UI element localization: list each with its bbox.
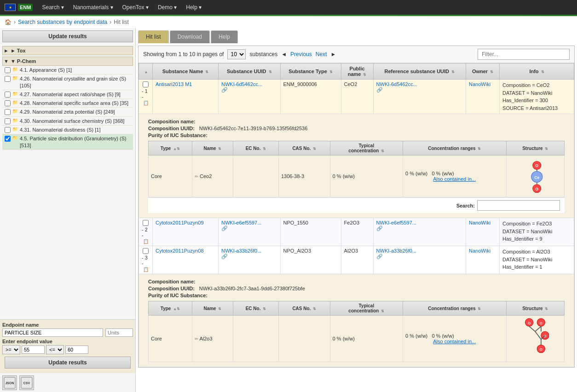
tree-item-5[interactable]: 📁 4.30. Nanomaterial surface chemistry (… (2, 117, 133, 126)
endpoint-op1-select[interactable]: >=<==!= (2, 345, 20, 354)
endpoint-name-input[interactable] (2, 329, 103, 337)
home-icon[interactable]: 🏠 (5, 19, 12, 25)
pchem-arrow: ▼ (4, 58, 9, 64)
endpoint-units-input[interactable] (105, 329, 133, 337)
tree-check-7[interactable] (5, 136, 11, 142)
col-owner[interactable]: Owner ⇅ (466, 63, 500, 80)
comp3-uuid-value: NWKI-a33b26f0-2fc7-3aa1-9dd6-27380f725bf… (199, 286, 305, 291)
col-substance-type[interactable]: Substance Type ⇅ (280, 63, 341, 80)
nav-demo[interactable]: Demo ▾ (158, 4, 177, 11)
tree-check-2[interactable] (5, 92, 11, 98)
json-button[interactable]: JSON (2, 375, 17, 390)
tree-item-4[interactable]: 📁 4.29. Nanomaterial zeta potential (S) … (2, 108, 133, 116)
row1-substance-name[interactable]: Antisari2013 M1 (153, 80, 219, 114)
endpoint-val2-input[interactable] (65, 346, 88, 354)
filter-tree: ► ► Tox ▼ ▼ P-Chem 📁 4.1. Appearance (S)… (0, 45, 135, 319)
row1-owner[interactable]: NanoWiki (466, 80, 500, 114)
inner-col-name[interactable]: Name ⇅ (192, 141, 233, 156)
row3-owner[interactable]: NanoWiki (466, 246, 500, 274)
breadcrumb: 🏠 › Search substances by endpoint data ›… (0, 16, 577, 28)
tree-check-5[interactable] (5, 118, 11, 124)
row3-pubname: Al2O3 (341, 246, 373, 274)
tree-check-6[interactable] (5, 127, 11, 133)
pages-select[interactable]: 102550 (227, 49, 246, 59)
row2-owner[interactable]: NanoWiki (466, 218, 500, 246)
row2-substance-name[interactable]: Cytotox2011Puzyn09 (153, 218, 219, 246)
tree-check-0[interactable] (5, 67, 11, 73)
nav-search[interactable]: Search ▾ (42, 4, 63, 11)
col-ref-uuid[interactable]: Reference substance UUID ⇅ (373, 63, 466, 80)
tabs: Hit list Download Help (138, 30, 575, 43)
tree-item-6[interactable]: 📁 4.31. Nanomaterial dustiness (S) [1] (2, 126, 133, 134)
edit-icon-3[interactable]: ✏ (195, 336, 198, 341)
tab-content: Showing from 1 to 10 in pages of 102550 … (138, 46, 575, 368)
breadcrumb-sep1: › (14, 19, 16, 25)
update-results-button-bottom[interactable]: Update results (5, 357, 131, 369)
update-results-button-top[interactable]: Update results (2, 30, 133, 42)
pchem-header[interactable]: ▼ ▼ P-Chem (2, 57, 133, 66)
svg-text:O: O (536, 164, 539, 168)
row3-checkbox[interactable] (143, 248, 149, 254)
col-substance-name[interactable]: Substance Name ⇅ (153, 63, 219, 80)
inner3-conc: 0 % (w/w) 0 % (w/w) Also contained in... (403, 316, 506, 362)
inner-col-ecno[interactable]: EC No. ⇅ (233, 141, 278, 156)
tree-item-7[interactable]: 📁 4.5. Particle size distribution (Granu… (2, 134, 133, 150)
inner-col-type[interactable]: Type ▲⇅ (149, 141, 192, 156)
inner3-col-type[interactable]: Type ▲⇅ (149, 301, 192, 316)
csv-button[interactable]: CSV (19, 375, 34, 390)
nav-opentox[interactable]: OpenTox ▾ (122, 4, 149, 11)
also-link-1[interactable]: Also contained in... (405, 176, 504, 182)
tree-item-3[interactable]: 📁 4.28. Nanomaterial specific surface ar… (2, 99, 133, 108)
search-bar-1: Search: (148, 197, 565, 213)
tree-icon-5: 📁 (12, 118, 18, 123)
edit-icon-1[interactable]: ✏ (195, 174, 198, 179)
row2-checkbox[interactable] (143, 220, 149, 226)
row3-expand-icon[interactable]: 📋 (143, 267, 149, 272)
svg-text:CSV: CSV (23, 381, 30, 385)
inner3-col-typical[interactable]: Typicalconcentration ⇅ (330, 301, 403, 316)
inner3-col-ecno[interactable]: EC No. ⇅ (233, 301, 278, 316)
tree-check-3[interactable] (5, 100, 11, 106)
nav-help[interactable]: Help ▾ (186, 4, 202, 11)
inner3-col-name[interactable]: Name ⇅ (192, 301, 233, 316)
row1-expand-icon[interactable]: 📋 (143, 100, 149, 105)
col-public-name[interactable]: Public name ⇅ (341, 63, 373, 80)
row3-check: - 3 - 📋 (139, 246, 153, 274)
tab-hitlist[interactable]: Hit list (138, 30, 169, 43)
row1-checkbox[interactable] (143, 81, 149, 87)
inner-col-conc[interactable]: Concentration ranges ⇅ (403, 141, 506, 156)
inner-row-3: Core ✏ Al2o3 0 % (w/w) (149, 316, 565, 362)
col-info[interactable]: Info ⇅ (500, 63, 574, 80)
tab-help[interactable]: Help (211, 30, 238, 43)
next-link[interactable]: Next (316, 51, 327, 58)
row3-substance-name[interactable]: Cytotox2011Puzyn08 (153, 246, 219, 274)
prev-link[interactable]: Previous (290, 51, 312, 58)
row1-num: - 1 - (142, 88, 150, 99)
row1-pubname: CeO2 (341, 80, 373, 114)
tox-header[interactable]: ► ► Tox (2, 46, 133, 55)
tree-icon-7: 📁 (12, 135, 18, 140)
row1-check: - 1 - 📋 (139, 80, 153, 114)
tree-item-1[interactable]: 📁 4.26. Nanomaterial crystallite and gra… (2, 75, 133, 90)
tree-item-0[interactable]: 📁 4.1. Appearance (S) [1] (2, 66, 133, 75)
endpoint-val1-input[interactable] (22, 346, 45, 354)
svg-text:O: O (528, 321, 531, 325)
search-input-1[interactable] (477, 200, 560, 211)
filter-input[interactable] (478, 49, 570, 60)
pchem-section: ▼ ▼ P-Chem 📁 4.1. Appearance (S) [1] 📁 4… (2, 57, 133, 150)
nav-nanomaterials[interactable]: Nanomaterials ▾ (73, 4, 113, 11)
inner3-col-conc[interactable]: Concentration ranges ⇅ (403, 301, 506, 316)
inner3-col-casno[interactable]: CAS No. ⇅ (278, 301, 330, 316)
inner-col-typical[interactable]: Typicalconcentration ⇅ (330, 141, 403, 156)
tree-item-2[interactable]: 📁 4.27. Nanomaterial aspect ratio/shape … (2, 90, 133, 99)
tab-download[interactable]: Download (170, 30, 210, 43)
tree-check-1[interactable] (5, 76, 11, 82)
endpoint-op2-select[interactable]: <=>==!= (46, 345, 64, 354)
also-link-3[interactable]: Also contained in... (405, 339, 504, 344)
row3-num: - 3 - (142, 255, 150, 266)
tree-check-4[interactable] (5, 109, 11, 115)
inner-col-casno[interactable]: CAS No. ⇅ (278, 141, 330, 156)
breadcrumb-middle[interactable]: Search substances by endpoint data (18, 19, 107, 25)
row2-expand-icon[interactable]: 📋 (143, 239, 149, 244)
col-substance-uuid[interactable]: Substance UUID ⇅ (218, 63, 280, 80)
